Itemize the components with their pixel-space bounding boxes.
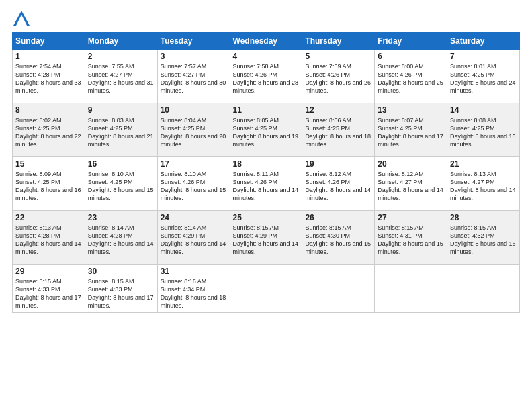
calendar-cell: 7Sunrise: 8:01 AMSunset: 4:25 PMDaylight…: [447, 50, 520, 103]
cell-info: Sunrise: 8:15 AMSunset: 4:30 PMDaylight:…: [305, 224, 371, 257]
calendar-cell: 29Sunrise: 8:15 AMSunset: 4:33 PMDayligh…: [13, 265, 85, 313]
day-number: 20: [378, 159, 444, 169]
calendar-cell: 9Sunrise: 8:03 AMSunset: 4:25 PMDaylight…: [85, 103, 157, 157]
cell-info: Sunrise: 7:58 AMSunset: 4:26 PMDaylight:…: [233, 62, 300, 95]
logo-icon: [12, 9, 31, 28]
calendar-cell: 13Sunrise: 8:07 AMSunset: 4:25 PMDayligh…: [375, 103, 447, 157]
cell-info: Sunrise: 8:15 AMSunset: 4:31 PMDaylight:…: [378, 224, 444, 257]
cell-info: Sunrise: 8:12 AMSunset: 4:27 PMDaylight:…: [378, 170, 444, 203]
calendar-cell: 19Sunrise: 8:12 AMSunset: 4:26 PMDayligh…: [302, 157, 375, 211]
calendar-header-thursday: Thursday: [302, 33, 375, 50]
calendar-week-row: 22Sunrise: 8:13 AMSunset: 4:28 PMDayligh…: [13, 211, 520, 265]
day-number: 6: [378, 52, 444, 61]
calendar-cell: 18Sunrise: 8:11 AMSunset: 4:26 PMDayligh…: [230, 157, 302, 211]
cell-info: Sunrise: 8:14 AMSunset: 4:29 PMDaylight:…: [161, 224, 227, 257]
cell-info: Sunrise: 8:02 AMSunset: 4:25 PMDaylight:…: [15, 116, 82, 149]
calendar-cell: 28Sunrise: 8:15 AMSunset: 4:32 PMDayligh…: [447, 211, 520, 265]
calendar-header-row: SundayMondayTuesdayWednesdayThursdayFrid…: [13, 33, 520, 50]
day-number: 29: [15, 267, 82, 276]
calendar-cell: 22Sunrise: 8:13 AMSunset: 4:28 PMDayligh…: [13, 211, 85, 265]
page: SundayMondayTuesdayWednesdayThursdayFrid…: [0, 0, 532, 411]
calendar-header-monday: Monday: [85, 33, 157, 50]
cell-info: Sunrise: 8:15 AMSunset: 4:33 PMDaylight:…: [88, 277, 154, 310]
calendar-header-tuesday: Tuesday: [157, 33, 230, 50]
calendar-cell: 2Sunrise: 7:55 AMSunset: 4:27 PMDaylight…: [85, 50, 157, 103]
cell-info: Sunrise: 8:13 AMSunset: 4:28 PMDaylight:…: [15, 224, 82, 257]
calendar-cell: 12Sunrise: 8:06 AMSunset: 4:25 PMDayligh…: [302, 103, 375, 157]
cell-info: Sunrise: 8:04 AMSunset: 4:25 PMDaylight:…: [161, 116, 227, 149]
cell-info: Sunrise: 8:07 AMSunset: 4:25 PMDaylight:…: [378, 116, 444, 149]
calendar-cell: 26Sunrise: 8:15 AMSunset: 4:30 PMDayligh…: [302, 211, 375, 265]
day-number: 8: [15, 105, 82, 115]
cell-info: Sunrise: 8:13 AMSunset: 4:27 PMDaylight:…: [450, 170, 517, 203]
calendar-cell: 21Sunrise: 8:13 AMSunset: 4:27 PMDayligh…: [447, 157, 520, 211]
day-number: 19: [305, 159, 371, 169]
calendar-week-row: 8Sunrise: 8:02 AMSunset: 4:25 PMDaylight…: [13, 103, 520, 157]
day-number: 9: [88, 105, 154, 115]
cell-info: Sunrise: 8:11 AMSunset: 4:26 PMDaylight:…: [233, 170, 300, 203]
header: [0, 0, 532, 32]
calendar-cell: 30Sunrise: 8:15 AMSunset: 4:33 PMDayligh…: [85, 265, 157, 313]
calendar-week-row: 1Sunrise: 7:54 AMSunset: 4:28 PMDaylight…: [13, 50, 520, 103]
day-number: 10: [161, 105, 227, 115]
day-number: 14: [450, 105, 517, 115]
calendar-week-row: 29Sunrise: 8:15 AMSunset: 4:33 PMDayligh…: [13, 265, 520, 313]
cell-info: Sunrise: 8:16 AMSunset: 4:34 PMDaylight:…: [161, 277, 227, 310]
day-number: 3: [161, 52, 227, 61]
calendar-cell: [302, 265, 375, 313]
day-number: 28: [450, 213, 517, 222]
calendar-cell: 1Sunrise: 7:54 AMSunset: 4:28 PMDaylight…: [13, 50, 85, 103]
day-number: 25: [233, 213, 300, 222]
cell-info: Sunrise: 7:57 AMSunset: 4:27 PMDaylight:…: [161, 62, 227, 95]
day-number: 4: [233, 52, 300, 61]
calendar-header-friday: Friday: [375, 33, 447, 50]
day-number: 12: [305, 105, 371, 115]
day-number: 27: [378, 213, 444, 222]
day-number: 7: [450, 52, 517, 61]
calendar-cell: 14Sunrise: 8:08 AMSunset: 4:25 PMDayligh…: [447, 103, 520, 157]
calendar-cell: 3Sunrise: 7:57 AMSunset: 4:27 PMDaylight…: [157, 50, 230, 103]
calendar-cell: 23Sunrise: 8:14 AMSunset: 4:28 PMDayligh…: [85, 211, 157, 265]
calendar-cell: 10Sunrise: 8:04 AMSunset: 4:25 PMDayligh…: [157, 103, 230, 157]
calendar-cell: 11Sunrise: 8:05 AMSunset: 4:25 PMDayligh…: [230, 103, 302, 157]
calendar-cell: 6Sunrise: 8:00 AMSunset: 4:26 PMDaylight…: [375, 50, 447, 103]
cell-info: Sunrise: 8:06 AMSunset: 4:25 PMDaylight:…: [305, 116, 371, 149]
cell-info: Sunrise: 8:15 AMSunset: 4:32 PMDaylight:…: [450, 224, 517, 257]
cell-info: Sunrise: 7:59 AMSunset: 4:26 PMDaylight:…: [305, 62, 371, 95]
cell-info: Sunrise: 8:05 AMSunset: 4:25 PMDaylight:…: [233, 116, 300, 149]
day-number: 23: [88, 213, 154, 222]
cell-info: Sunrise: 8:14 AMSunset: 4:28 PMDaylight:…: [88, 224, 154, 257]
day-number: 21: [450, 159, 517, 169]
cell-info: Sunrise: 8:09 AMSunset: 4:25 PMDaylight:…: [15, 170, 82, 203]
calendar-cell: 5Sunrise: 7:59 AMSunset: 4:26 PMDaylight…: [302, 50, 375, 103]
calendar-cell: [375, 265, 447, 313]
day-number: 2: [88, 52, 154, 61]
logo: [12, 9, 34, 28]
calendar-cell: [447, 265, 520, 313]
calendar-header-wednesday: Wednesday: [230, 33, 302, 50]
calendar-header-saturday: Saturday: [447, 33, 520, 50]
cell-info: Sunrise: 8:08 AMSunset: 4:25 PMDaylight:…: [450, 116, 517, 149]
day-number: 11: [233, 105, 300, 115]
cell-info: Sunrise: 8:15 AMSunset: 4:33 PMDaylight:…: [15, 277, 82, 310]
calendar-cell: 25Sunrise: 8:15 AMSunset: 4:29 PMDayligh…: [230, 211, 302, 265]
calendar-cell: 24Sunrise: 8:14 AMSunset: 4:29 PMDayligh…: [157, 211, 230, 265]
day-number: 31: [161, 267, 227, 276]
calendar-cell: 15Sunrise: 8:09 AMSunset: 4:25 PMDayligh…: [13, 157, 85, 211]
calendar-cell: 17Sunrise: 8:10 AMSunset: 4:26 PMDayligh…: [157, 157, 230, 211]
cell-info: Sunrise: 7:55 AMSunset: 4:27 PMDaylight:…: [88, 62, 154, 95]
calendar-cell: 4Sunrise: 7:58 AMSunset: 4:26 PMDaylight…: [230, 50, 302, 103]
day-number: 22: [15, 213, 82, 222]
calendar-table: SundayMondayTuesdayWednesdayThursdayFrid…: [12, 32, 520, 313]
cell-info: Sunrise: 8:12 AMSunset: 4:26 PMDaylight:…: [305, 170, 371, 203]
calendar-week-row: 15Sunrise: 8:09 AMSunset: 4:25 PMDayligh…: [13, 157, 520, 211]
cell-info: Sunrise: 8:00 AMSunset: 4:26 PMDaylight:…: [378, 62, 444, 95]
calendar-header-sunday: Sunday: [13, 33, 85, 50]
day-number: 15: [15, 159, 82, 169]
day-number: 18: [233, 159, 300, 169]
cell-info: Sunrise: 8:15 AMSunset: 4:29 PMDaylight:…: [233, 224, 300, 257]
cell-info: Sunrise: 8:10 AMSunset: 4:26 PMDaylight:…: [161, 170, 227, 203]
day-number: 16: [88, 159, 154, 169]
day-number: 24: [161, 213, 227, 222]
day-number: 13: [378, 105, 444, 115]
